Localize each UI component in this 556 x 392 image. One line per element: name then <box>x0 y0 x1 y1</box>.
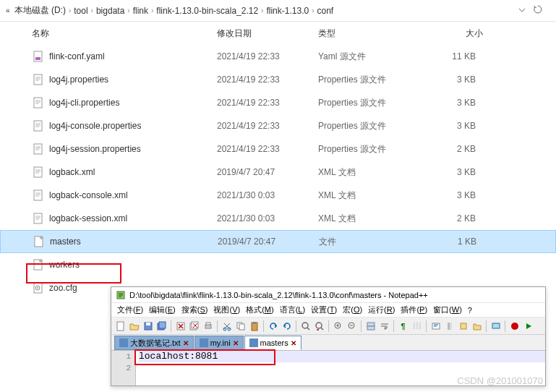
monitor-icon[interactable] <box>489 320 502 332</box>
svg-rect-35 <box>367 323 375 326</box>
play-icon[interactable] <box>522 320 534 332</box>
file-name: log4j.properties <box>49 74 108 85</box>
undo-icon[interactable] <box>267 320 279 332</box>
file-row[interactable]: logback.xml2019/4/7 20:47XML 文档3 KB <box>0 161 556 184</box>
refresh-icon[interactable] <box>533 4 550 17</box>
menu-item[interactable]: 窗口(W) <box>432 304 463 316</box>
chevron-right-icon: › <box>261 7 263 14</box>
code-line-2[interactable] <box>139 362 545 374</box>
find-icon[interactable] <box>299 320 312 332</box>
zoom-in-icon[interactable] <box>332 320 344 332</box>
breadcrumb-item[interactable]: bigdata <box>96 6 124 16</box>
paste-icon[interactable] <box>248 320 260 332</box>
tab-close-icon[interactable]: ✕ <box>291 339 296 347</box>
tab-file-icon <box>249 338 258 347</box>
svg-rect-2 <box>34 74 42 85</box>
svg-rect-30 <box>253 322 256 324</box>
menu-item[interactable]: 插件(P) <box>399 304 429 316</box>
file-row[interactable]: log4j-session.properties2021/4/19 22:33P… <box>0 137 556 161</box>
file-date: 2021/4/19 22:33 <box>217 98 318 108</box>
indent-guide-icon[interactable] <box>411 320 423 332</box>
file-type: Properties 源文件 <box>318 74 425 86</box>
breadcrumb-item[interactable]: 本地磁盘 (D:) <box>14 4 66 17</box>
menu-item[interactable]: 格式(M) <box>244 304 275 316</box>
notepad-icon <box>116 290 126 300</box>
record-icon[interactable] <box>508 320 521 332</box>
breadcrumb-item[interactable]: flink <box>133 6 148 16</box>
file-date: 2021/4/19 22:33 <box>217 51 318 61</box>
breadcrumb-item[interactable]: flink-1.13.0-bin-scala_2.12 <box>156 6 258 16</box>
file-row[interactable]: masters2019/4/7 20:47文件1 KB <box>0 230 556 253</box>
chevron-down-icon[interactable] <box>518 6 526 16</box>
file-row[interactable]: log4j-console.properties2021/4/19 22:33P… <box>0 114 556 137</box>
save-icon[interactable] <box>142 320 154 332</box>
doc-map-icon[interactable] <box>443 320 456 332</box>
file-name: flink-conf.yaml <box>49 51 105 61</box>
print-icon[interactable] <box>202 320 214 332</box>
tab-close-icon[interactable]: ✕ <box>233 339 239 347</box>
sync-icon[interactable] <box>364 320 377 332</box>
menu-item[interactable]: 宏(O) <box>341 304 364 316</box>
column-size[interactable]: 大小 <box>425 27 483 40</box>
breadcrumb-bar: « 本地磁盘 (D:)›tool›bigdata›flink›flink-1.1… <box>0 0 556 22</box>
editor-tab[interactable]: masters✕ <box>244 336 301 350</box>
open-icon[interactable] <box>128 320 140 332</box>
save-all-icon[interactable] <box>155 320 168 332</box>
file-row[interactable]: flink-conf.yaml2021/4/19 22:33Yaml 源文件11… <box>0 45 556 68</box>
menu-item[interactable]: 语言(L) <box>278 304 307 316</box>
menu-item[interactable]: 编辑(E) <box>147 304 177 316</box>
column-name[interactable]: 名称 <box>32 27 217 40</box>
breadcrumb-item[interactable]: conf <box>317 6 333 16</box>
file-row[interactable]: workers <box>0 253 556 276</box>
chevron-right-icon: › <box>91 7 93 14</box>
line-gutter: 1 2 <box>111 351 136 385</box>
menu-item[interactable]: 搜索(S) <box>180 304 210 316</box>
notepad-titlebar[interactable]: D:\tool\bigdata\flink\flink-1.13.0-bin-s… <box>111 287 545 303</box>
menu-item[interactable]: 设置(T) <box>309 304 338 316</box>
column-type[interactable]: 类型 <box>318 27 425 40</box>
file-row[interactable]: log4j-cli.properties2021/4/19 22:33Prope… <box>0 91 556 114</box>
file-size: 3 KB <box>425 74 483 85</box>
svg-rect-23 <box>205 325 211 328</box>
code-line-1[interactable]: localhost:8081 <box>139 351 545 362</box>
editor-tab[interactable]: my.ini✕ <box>194 336 244 350</box>
column-date[interactable]: 修改日期 <box>217 27 318 40</box>
breadcrumb-item[interactable]: flink-1.13.0 <box>266 6 309 16</box>
redo-icon[interactable] <box>281 320 293 332</box>
menu-item[interactable]: 视图(V) <box>212 304 241 316</box>
replace-icon[interactable] <box>313 320 325 332</box>
zoom-out-icon[interactable] <box>346 320 358 332</box>
file-date: 2019/4/7 20:47 <box>218 237 319 247</box>
menu-item[interactable]: ? <box>466 305 474 315</box>
cut-icon[interactable] <box>221 320 233 332</box>
file-row[interactable]: logback-console.xml2021/1/30 0:03XML 文档3… <box>0 184 556 207</box>
copy-icon[interactable] <box>234 320 247 332</box>
editor-tab[interactable]: 大数据笔记.txt✕ <box>114 336 194 350</box>
breadcrumb-item[interactable]: tool <box>74 6 87 16</box>
func-list-icon[interactable] <box>457 320 469 332</box>
file-size: 3 KB <box>425 190 483 200</box>
folder-icon[interactable] <box>471 320 483 332</box>
tab-close-icon[interactable]: ✕ <box>183 339 189 347</box>
file-name: log4j-cli.properties <box>49 98 119 108</box>
file-row[interactable]: logback-session.xml2021/1/30 0:03XML 文档2… <box>0 207 556 230</box>
tab-label: my.ini <box>210 338 231 347</box>
file-icon <box>33 235 46 248</box>
file-type: Properties 源文件 <box>318 97 425 109</box>
file-icon <box>32 281 45 294</box>
menu-item[interactable]: 文件(F) <box>116 304 145 316</box>
file-row[interactable]: log4j.properties2021/4/19 22:33Propertie… <box>0 68 556 91</box>
svg-rect-39 <box>450 323 452 330</box>
wrap-icon[interactable] <box>378 320 390 332</box>
show-chars-icon[interactable]: ¶ <box>397 320 409 332</box>
menu-item[interactable]: 运行(R) <box>367 304 396 316</box>
new-icon[interactable] <box>114 320 127 332</box>
lang-icon[interactable] <box>429 320 442 332</box>
close-icon[interactable] <box>174 320 187 332</box>
file-date: 2021/4/19 22:33 <box>217 121 318 131</box>
file-size: 3 KB <box>425 121 483 131</box>
close-all-icon[interactable] <box>188 320 200 332</box>
file-type: XML 文档 <box>318 189 425 202</box>
svg-rect-15 <box>117 322 124 331</box>
breadcrumb[interactable]: 本地磁盘 (D:)›tool›bigdata›flink›flink-1.13.… <box>14 4 518 17</box>
